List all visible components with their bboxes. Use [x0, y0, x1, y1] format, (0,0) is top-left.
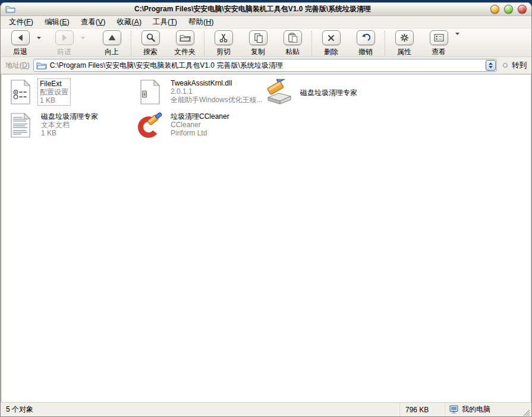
forward-dropdown-arrow[interactable]	[79, 30, 86, 45]
address-label: 地址(D)	[5, 61, 30, 71]
search-button[interactable]: 搜索	[136, 30, 165, 57]
menu-edit[interactable]: 编辑(E)	[43, 17, 71, 28]
file-name: TweakAssistKrnl.dll	[171, 79, 263, 87]
paste-clipboard-icon	[288, 33, 298, 43]
file-tile-disk-cleaner-app[interactable]: 磁盘垃圾清理专家	[266, 78, 396, 112]
menu-view[interactable]: 查看(V)	[80, 17, 107, 28]
toolbar-separator	[385, 31, 385, 56]
toolbar-separator	[204, 31, 204, 56]
close-button[interactable]	[518, 5, 527, 14]
window-title: C:\Program Files\安安电脑\安安电脑装机工具包V1.0 完善版\…	[18, 4, 487, 14]
my-computer-icon	[449, 405, 459, 414]
status-object-count: 5 个对象	[1, 405, 399, 415]
search-icon	[146, 33, 156, 43]
window-folder-icon	[5, 5, 16, 14]
folders-icon	[180, 33, 191, 42]
forward-button[interactable]: 前进	[49, 30, 79, 57]
file-name: 磁盘垃圾清理专家	[41, 112, 98, 121]
file-name: FileExt	[40, 80, 68, 88]
text-file-icon	[7, 112, 34, 140]
file-name: 磁盘垃圾清理专家	[300, 89, 357, 97]
file-label-block: FileExt 配置设置 1 KB	[37, 78, 71, 106]
menu-tools[interactable]: 工具(T)	[152, 17, 178, 28]
address-folder-icon	[36, 61, 47, 70]
undo-arrow-icon	[361, 33, 370, 43]
go-button[interactable]: 转到	[503, 61, 527, 71]
address-combobox[interactable]: C:\Program Files\安安电脑\安安电脑装机工具包V1.0 完善版\…	[33, 59, 497, 72]
views-button[interactable]: 查看	[424, 30, 454, 57]
dll-file-icon	[137, 79, 164, 106]
up-arrow-icon	[108, 33, 117, 42]
views-list-icon	[434, 34, 444, 42]
file-name: 垃圾清理CCleaner	[171, 112, 229, 121]
up-button[interactable]: 向上	[97, 30, 127, 57]
window-controls	[490, 5, 527, 14]
copy-button[interactable]: 复制	[243, 30, 273, 57]
views-dropdown-arrow[interactable]	[454, 30, 461, 45]
status-location-label: 我的电脑	[462, 405, 490, 415]
status-location: 我的电脑	[445, 403, 521, 416]
file-label-block: 磁盘垃圾清理专家	[298, 78, 359, 107]
copy-pages-icon	[253, 33, 263, 43]
ini-file-icon	[7, 79, 34, 106]
back-button[interactable]: 后退	[5, 30, 35, 57]
menu-file[interactable]: 文件(F)	[8, 17, 34, 28]
status-total-size: 796 KB	[399, 403, 445, 416]
toolbar-separator	[131, 31, 131, 56]
undo-button[interactable]: 撤销	[351, 30, 380, 57]
toolbar: 后退 前进 向上	[1, 29, 531, 57]
file-tile-tweakassistkrnl[interactable]: TweakAssistKrnl.dll 2.0.1.1 全能助手Windows优…	[137, 78, 266, 112]
properties-gear-icon	[400, 33, 409, 42]
address-dropdown-button[interactable]	[486, 60, 496, 71]
cut-scissors-icon	[219, 33, 228, 43]
status-bar: 5 个对象 796 KB 我的电脑	[1, 402, 531, 416]
minimize-button[interactable]	[490, 5, 499, 14]
address-path-value: C:\Program Files\安安电脑\安安电脑装机工具包V1.0 完善版\…	[50, 61, 486, 71]
cut-button[interactable]: 剪切	[209, 30, 238, 57]
explorer-window: C:\Program Files\安安电脑\安安电脑装机工具包V1.0 完善版\…	[0, 2, 532, 417]
delete-button[interactable]: 删除	[316, 30, 346, 57]
disk-cleaner-app-icon	[266, 79, 294, 106]
title-bar[interactable]: C:\Program Files\安安电脑\安安电脑装机工具包V1.0 完善版\…	[1, 3, 531, 16]
back-arrow-icon	[16, 33, 25, 42]
file-tile-fileext[interactable]: FileExt 配置设置 1 KB	[7, 78, 137, 112]
toolbar-separator	[311, 31, 312, 56]
maximize-button[interactable]	[504, 5, 513, 14]
menu-bar: 文件(F) 编辑(E) 查看(V) 收藏(A) 工具(T) 帮助(H)	[1, 16, 531, 29]
back-dropdown-arrow[interactable]	[35, 30, 42, 45]
file-label-block: 磁盘垃圾清理专家 文本文档 1 KB	[39, 112, 100, 138]
ccleaner-app-icon	[137, 112, 164, 140]
file-label-block: TweakAssistKrnl.dll 2.0.1.1 全能助手Windows优…	[169, 78, 265, 105]
delete-x-icon	[327, 34, 335, 42]
forward-arrow-icon	[60, 33, 69, 42]
resize-grip[interactable]	[521, 407, 530, 416]
folders-button[interactable]: 文件夹	[170, 30, 200, 57]
file-label-block: 垃圾清理CCleaner CCleaner Piriform Ltd	[169, 112, 231, 138]
go-icon	[503, 63, 508, 68]
address-bar: 地址(D) C:\Program Files\安安电脑\安安电脑装机工具包V1.…	[1, 57, 531, 74]
file-list-view[interactable]: FileExt 配置设置 1 KB TweakAssistKrnl.dll 2.…	[1, 74, 531, 402]
file-tile-ccleaner[interactable]: 垃圾清理CCleaner CCleaner Piriform Ltd	[137, 112, 266, 145]
properties-button[interactable]: 属性	[389, 30, 419, 57]
menu-favorites[interactable]: 收藏(A)	[115, 17, 143, 28]
paste-button[interactable]: 粘贴	[278, 30, 307, 57]
menu-help[interactable]: 帮助(H)	[187, 17, 215, 28]
file-tile-disk-cleaner-txt[interactable]: 磁盘垃圾清理专家 文本文档 1 KB	[7, 112, 137, 145]
